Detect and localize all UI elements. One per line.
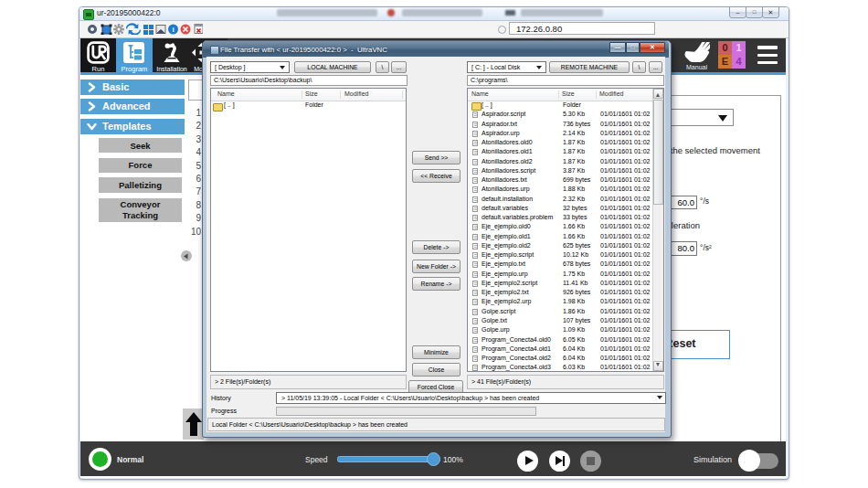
svg-text:i: i [172,26,174,34]
